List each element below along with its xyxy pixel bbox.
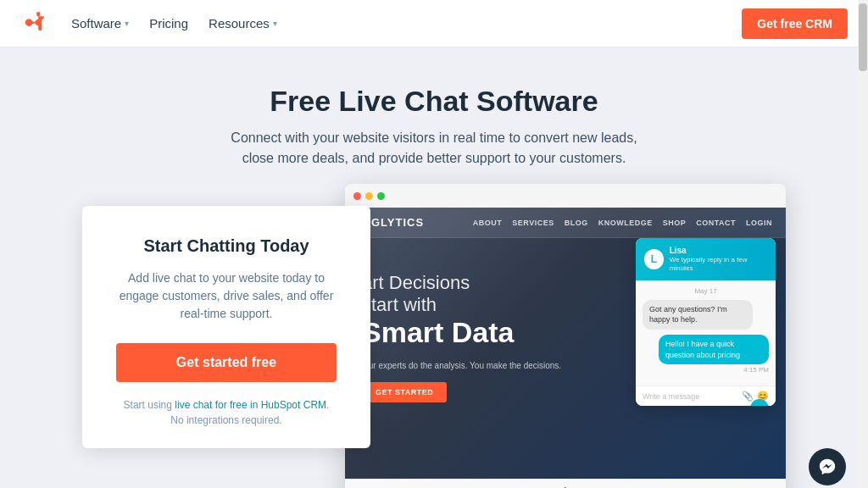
chat-panel: L Lisa We typically reply in a few minut… <box>636 238 776 406</box>
hero-section: Free Live Chat Software Connect with you… <box>0 47 868 169</box>
footer-note-prefix: Start using <box>124 399 175 411</box>
software-nav-item[interactable]: Software ▾ <box>71 16 129 30</box>
get-free-crm-button[interactable]: Get free CRM <box>742 8 848 39</box>
browser-dot-green <box>377 192 385 200</box>
browser-dot-red <box>353 192 361 200</box>
chat-date: May 17 <box>643 287 769 295</box>
get-started-button[interactable]: Get started free <box>116 343 337 382</box>
chat-avatar: L <box>644 249 664 269</box>
signup-card-heading: Start Chatting Today <box>116 236 337 256</box>
chat-agent-message: Got any questions? I'm happy to help. <box>643 300 769 330</box>
website-nav-knowledge: KNOWLEDGE <box>598 219 653 227</box>
website-cta-button[interactable]: GET STARTED <box>362 382 447 402</box>
svg-point-0 <box>26 20 31 25</box>
hero-subtitle: Connect with your website visitors in re… <box>222 128 646 169</box>
resources-label: Resources <box>209 16 270 30</box>
website-nav-links: ABOUT SERVICES BLOG KNOWLEDGE SHOP CONTA… <box>473 219 772 227</box>
chat-panel-header: L Lisa We typically reply in a few minut… <box>636 238 776 280</box>
scrollbar-thumb[interactable] <box>859 3 867 71</box>
browser-dot-yellow <box>365 192 373 200</box>
browser-mockup: BIGLYTICS ABOUT SERVICES BLOG KNOWLEDGE … <box>345 184 786 488</box>
resources-chevron: ▾ <box>273 19 277 28</box>
signup-card-description: Add live chat to your website today to e… <box>116 269 337 323</box>
website-nav-blog: BLOG <box>565 219 588 227</box>
resources-nav-item[interactable]: Resources ▾ <box>209 16 277 30</box>
chat-agent-name: Lisa <box>670 245 767 256</box>
pricing-nav-item[interactable]: Pricing <box>149 16 188 30</box>
website-nav-login: LOGIN <box>746 219 772 227</box>
website-content: BIGLYTICS ABOUT SERVICES BLOG KNOWLEDGE … <box>345 208 786 479</box>
chat-agent-status: We typically reply in a few minutes <box>670 256 767 274</box>
signup-footer-note: Start using live chat for free in HubSpo… <box>116 397 337 428</box>
website-nav-about: ABOUT <box>473 219 503 227</box>
software-label: Software <box>71 16 121 30</box>
software-chevron: ▾ <box>125 19 129 28</box>
page-scrollbar[interactable] <box>858 0 868 488</box>
chat-agent-bubble: Got any questions? I'm happy to help. <box>643 300 753 330</box>
signup-card: Start Chatting Today Add live chat to yo… <box>82 206 370 448</box>
website-nav-services: SERVICES <box>512 219 554 227</box>
upload-icon: ⬆ <box>560 485 570 489</box>
hero-title: Free Live Chat Software <box>17 85 851 118</box>
chat-fab-button[interactable] <box>809 448 846 485</box>
website-nav-contact: CONTACT <box>696 219 736 227</box>
pricing-label: Pricing <box>149 16 188 30</box>
chat-fab-icon <box>818 458 837 476</box>
chat-user-message: Hello! I have a quick question about pri… <box>643 335 769 374</box>
content-area: Start Chatting Today Add live chat to yo… <box>0 192 868 488</box>
website-nav-shop: SHOP <box>663 219 687 227</box>
hubspot-logo[interactable] <box>20 8 47 39</box>
live-chat-link[interactable]: live chat for free in HubSpot CRM <box>175 399 326 411</box>
chat-user-bubble: Hello! I have a quick question about pri… <box>659 335 769 364</box>
browser-bottom-bar: ⬆ <box>345 479 786 488</box>
nav-links: Software ▾ Pricing Resources ▾ <box>71 16 742 30</box>
attachment-icon: 📎 <box>742 391 754 402</box>
chat-time: 4:15 PM <box>659 366 769 374</box>
chat-input-placeholder[interactable]: Write a message <box>643 392 738 401</box>
browser-bar <box>345 184 786 208</box>
website-nav-bar: BIGLYTICS ABOUT SERVICES BLOG KNOWLEDGE … <box>345 208 786 238</box>
navbar: Software ▾ Pricing Resources ▾ Get free … <box>0 0 868 47</box>
chat-messages: May 17 Got any questions? I'm happy to h… <box>636 280 776 385</box>
chat-header-info: Lisa We typically reply in a few minutes <box>670 245 767 274</box>
